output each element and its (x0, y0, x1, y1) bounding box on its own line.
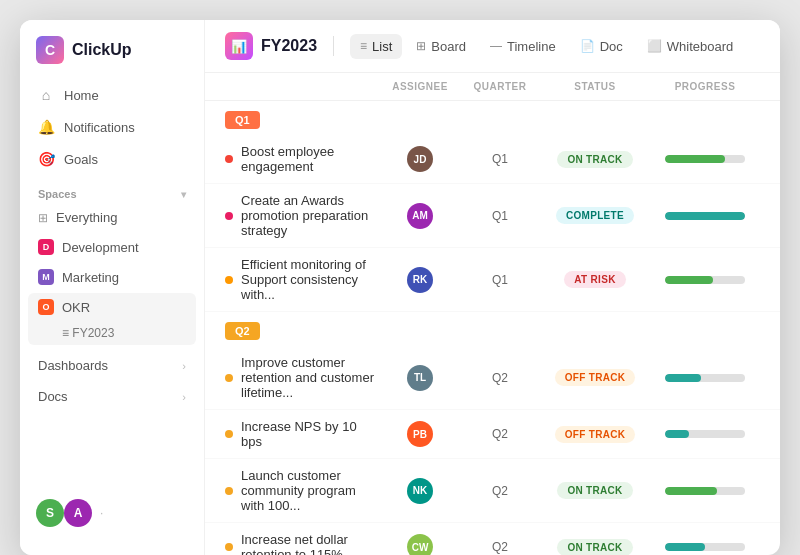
task-name-text: Launch customer community program with 1… (241, 468, 380, 513)
tab-board[interactable]: ⊞ Board (406, 34, 476, 59)
assignee-avatar: NK (407, 478, 433, 504)
progress-bar (665, 543, 705, 551)
sidebar-item-everything[interactable]: ⊞ Everything (28, 204, 196, 231)
sidebar-nav: ⌂ Home 🔔 Notifications 🎯 Goals (20, 80, 204, 176)
marketing-dot: M (38, 269, 54, 285)
chevron-right-icon: › (182, 360, 186, 372)
header-tabs: ≡ List ⊞ Board — Timeline 📄 Doc ⬜ Whi (350, 34, 743, 59)
table-row[interactable]: Create an Awards promotion preparation s… (205, 184, 780, 248)
assignee-avatar: PB (407, 421, 433, 447)
progress-bar-container (665, 374, 745, 382)
logo-icon: C (36, 36, 64, 64)
dashboards-label: Dashboards (38, 358, 108, 373)
fy-icon: 📊 (225, 32, 253, 60)
table-row[interactable]: Increase NPS by 10 bpsPBQ2OFF TRACK (205, 410, 780, 459)
timeline-icon: — (490, 39, 502, 53)
chevron-down-icon: ▾ (181, 189, 186, 200)
task-dot (225, 543, 233, 551)
tab-timeline[interactable]: — Timeline (480, 34, 566, 59)
progress-bar (665, 374, 701, 382)
header-divider (333, 36, 334, 56)
quarter-cell: Q2 (460, 371, 540, 385)
okr-sub-label: FY2023 (72, 326, 114, 340)
user-avatar[interactable]: S (36, 499, 64, 527)
task-dot (225, 374, 233, 382)
progress-bar (665, 276, 713, 284)
quarter-cell: Q1 (460, 273, 540, 287)
assignee-avatar: JD (407, 146, 433, 172)
table-row[interactable]: Increase net dollar retention to 115%CWQ… (205, 523, 780, 555)
progress-bar-container (665, 155, 745, 163)
board-icon: ⊞ (416, 39, 426, 53)
task-dot (225, 430, 233, 438)
tab-whiteboard[interactable]: ⬜ Whiteboard (637, 34, 743, 59)
okr-label: OKR (62, 300, 90, 315)
sidebar-item-marketing[interactable]: M Marketing (28, 263, 196, 291)
sidebar-item-development[interactable]: D Development (28, 233, 196, 261)
progress-bar (665, 430, 689, 438)
list-icon: ≡ (360, 39, 367, 53)
task-name-text: Efficient monitoring of Support consiste… (241, 257, 380, 302)
main-content: 📊 FY2023 ≡ List ⊞ Board — Timeline 📄 (205, 20, 780, 555)
sidebar-bottom: Dashboards › Docs › (20, 351, 204, 413)
assignee-avatar: TL (407, 365, 433, 391)
progress-bar-container (665, 430, 745, 438)
quarter-cell: Q1 (460, 152, 540, 166)
everything-label: Everything (56, 210, 117, 225)
tab-doc-label: Doc (600, 39, 623, 54)
quarter-cell: Q1 (460, 209, 540, 223)
sidebar-item-home[interactable]: ⌂ Home (28, 80, 196, 110)
user-avatar-2[interactable]: A (64, 499, 92, 527)
task-name-text: Boost employee engagement (241, 144, 380, 174)
task-name-text: Increase NPS by 10 bps (241, 419, 380, 449)
task-name-text: Create an Awards promotion preparation s… (241, 193, 380, 238)
docs-label: Docs (38, 389, 68, 404)
progress-bar-container (665, 212, 745, 220)
quarter-cell: Q2 (460, 427, 540, 441)
app-window: C ClickUp ⌂ Home 🔔 Notifications 🎯 Goals… (20, 20, 780, 555)
sidebar-item-goals[interactable]: 🎯 Goals (28, 144, 196, 174)
whiteboard-icon: ⬜ (647, 39, 662, 53)
bell-icon: 🔔 (38, 119, 54, 135)
okr-row[interactable]: O OKR (28, 293, 196, 321)
sidebar-item-notifications[interactable]: 🔔 Notifications (28, 112, 196, 142)
tab-list[interactable]: ≡ List (350, 34, 402, 59)
sidebar-item-docs[interactable]: Docs › (28, 382, 196, 411)
chevron-right-docs-icon: › (182, 391, 186, 403)
quarter-cell: Q2 (460, 484, 540, 498)
progress-bar (665, 212, 745, 220)
header-title-area: 📊 FY2023 (225, 32, 317, 60)
footer-dots: · (100, 506, 103, 520)
home-icon: ⌂ (38, 87, 54, 103)
table-row[interactable]: Launch customer community program with 1… (205, 459, 780, 523)
okr-sub-item[interactable]: ≡ FY2023 (28, 321, 196, 345)
tab-doc[interactable]: 📄 Doc (570, 34, 633, 59)
tab-board-label: Board (431, 39, 466, 54)
target-icon: 🎯 (38, 151, 54, 167)
progress-bar (665, 487, 717, 495)
status-badge: ON TRACK (557, 151, 632, 168)
grid-icon: ⊞ (38, 211, 48, 225)
progress-bar-container (665, 487, 745, 495)
assignee-avatar: AM (407, 203, 433, 229)
table-row[interactable]: Efficient monitoring of Support consiste… (205, 248, 780, 312)
marketing-label: Marketing (62, 270, 119, 285)
page-title: FY2023 (261, 37, 317, 55)
progress-bar-container (665, 543, 745, 551)
sidebar-item-dashboards[interactable]: Dashboards › (28, 351, 196, 380)
table-row[interactable]: Improve customer retention and customer … (205, 346, 780, 410)
status-badge: ON TRACK (557, 539, 632, 556)
task-name-text: Improve customer retention and customer … (241, 355, 380, 400)
assignee-avatar: CW (407, 534, 433, 555)
header: 📊 FY2023 ≡ List ⊞ Board — Timeline 📄 (205, 20, 780, 73)
col-quarter: QUARTER (460, 81, 540, 92)
quarter-label-q1: Q1 (205, 101, 780, 135)
task-dot (225, 212, 233, 220)
status-badge: AT RISK (564, 271, 625, 288)
sidebar-item-okr[interactable]: O OKR ≡ FY2023 (28, 293, 196, 345)
quarter-label-q2: Q2 (205, 312, 780, 346)
task-dot (225, 155, 233, 163)
table-row[interactable]: Boost employee engagementJDQ1ON TRACK (205, 135, 780, 184)
home-label: Home (64, 88, 99, 103)
sidebar-footer: S A · (20, 487, 204, 539)
